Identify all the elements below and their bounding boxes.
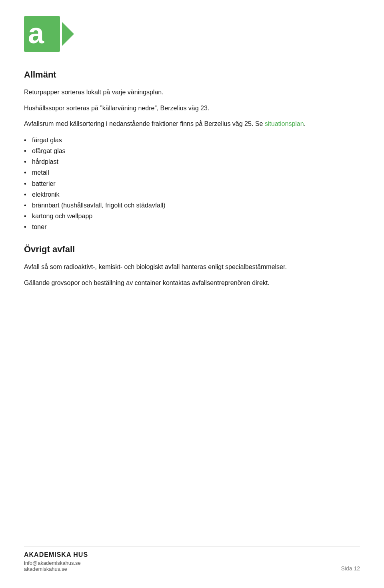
- footer-right: Sida 12: [341, 565, 360, 572]
- list-item: brännbart (hushållsavfall, frigolit och …: [24, 200, 360, 211]
- paragraph-radioaktivt: Avfall så som radioaktivt-, kemiskt- och…: [24, 262, 360, 272]
- fraction-list: färgat glas ofärgat glas hårdplast metal…: [24, 135, 360, 233]
- list-item: toner: [24, 221, 360, 232]
- list-item: elektronik: [24, 189, 360, 200]
- list-item: ofärgat glas: [24, 146, 360, 156]
- page-footer: AKADEMISKA HUS info@akademiskahus.se aka…: [24, 546, 360, 572]
- svg-text:a: a: [28, 17, 44, 49]
- svg-marker-2: [62, 22, 74, 46]
- paragraph-grovsopor: Gällande grovsopor och beställning av co…: [24, 278, 360, 288]
- footer-company-name: AKADEMISKA HUS: [24, 551, 88, 558]
- paragraph-returpapper: Returpapper sorteras lokalt på varje vån…: [24, 87, 360, 98]
- page-container: a Allmänt Returpapper sorteras lokalt på…: [0, 0, 384, 588]
- paragraph-avfallsrum-text2: .: [304, 120, 306, 127]
- situationsplan-link[interactable]: situationsplan: [265, 120, 304, 127]
- list-item: metall: [24, 167, 360, 178]
- footer-email: info@akademiskahus.se: [24, 560, 88, 566]
- paragraph-hushallssopor: Hushållssopor sorteras på ”källarvåning …: [24, 103, 360, 114]
- logo-container: a: [24, 16, 360, 54]
- list-item: hårdplast: [24, 156, 360, 167]
- akademiska-hus-logo: a: [24, 16, 76, 52]
- paragraph-avfallsrum: Avfallsrum med källsortering i nedanståe…: [24, 119, 360, 129]
- footer-page-number: Sida 12: [341, 565, 360, 572]
- list-item: färgat glas: [24, 135, 360, 146]
- list-item: batterier: [24, 178, 360, 189]
- section-heading-ovrigt: Övrigt avfall: [24, 244, 360, 255]
- footer-left: AKADEMISKA HUS info@akademiskahus.se aka…: [24, 551, 88, 572]
- section-heading-allmant: Allmänt: [24, 70, 360, 80]
- footer-website: akademiskahus.se: [24, 566, 88, 572]
- list-item: kartong och wellpapp: [24, 211, 360, 221]
- paragraph-avfallsrum-text1: Avfallsrum med källsortering i nedanståe…: [24, 120, 265, 127]
